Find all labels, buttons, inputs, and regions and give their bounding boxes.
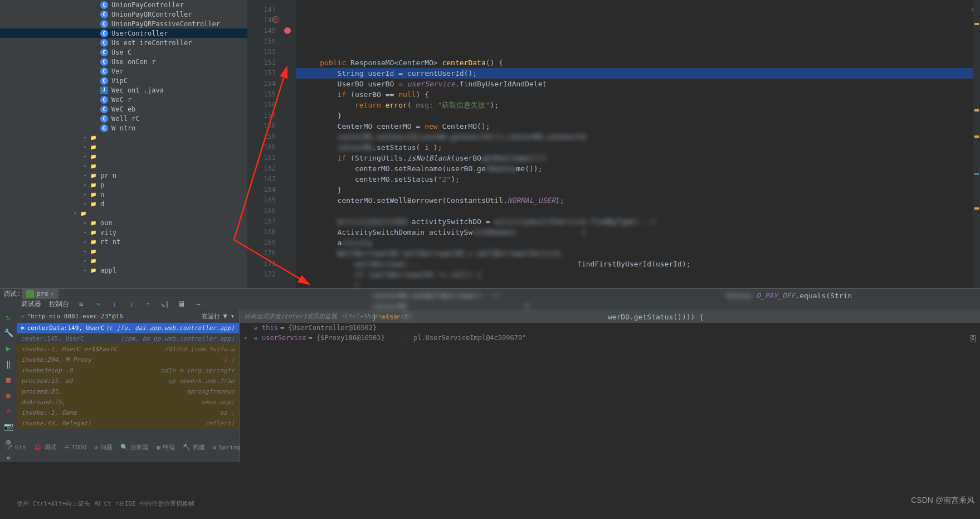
- stack-frame[interactable]: invokeJoinp .8odIn n (org.springfr: [17, 365, 239, 376]
- camera-icon[interactable]: 📷: [4, 422, 13, 431]
- status-item[interactable]: 🔍分析器: [120, 443, 149, 452]
- tree-item[interactable]: ▸📁: [0, 133, 247, 142]
- tree-item[interactable]: CUnionPayController: [0, 0, 247, 9]
- more2-icon[interactable]: »: [4, 453, 13, 462]
- tree-item[interactable]: CW ntro: [0, 123, 247, 133]
- code-line[interactable]: UserBO userBO = userService.findByUserId…: [296, 79, 980, 89]
- step-into-icon[interactable]: ↓: [110, 300, 119, 309]
- db-tool-icon[interactable]: 🗄: [968, 334, 978, 345]
- tree-item[interactable]: ▸📁 n: [0, 190, 247, 199]
- status-item[interactable]: 🔨构建: [183, 443, 205, 452]
- error-stripe[interactable]: [973, 0, 980, 288]
- stack-frame[interactable]: invoke:-1, Genees .: [17, 408, 239, 418]
- code-line[interactable]: WellBorrowerDO wellBorrowerDO = wellBorr…: [296, 248, 980, 259]
- variable-row[interactable]: ⊜this = {UserController@16502}: [240, 323, 980, 333]
- code-line[interactable]: String userId = currentUserId();: [296, 68, 980, 79]
- step-out-icon[interactable]: ↑: [144, 300, 153, 309]
- debugger-tab[interactable]: 调试器: [21, 299, 41, 309]
- code-editor[interactable]: 147148o149150151152153154155156157158159…: [248, 0, 980, 288]
- more-icon[interactable]: ⋯: [194, 300, 203, 309]
- tree-item[interactable]: ▸📁: [0, 161, 247, 171]
- code-line[interactable]: [296, 206, 980, 216]
- code-line[interactable]: centerMO.setWellBorrower(ConstantsUtil.N…: [296, 195, 980, 206]
- code-line[interactable]: public ResponseMO<CenterMO> centerData()…: [296, 57, 980, 68]
- pause-icon[interactable]: ‖: [4, 360, 13, 368]
- tree-item[interactable]: ▸📁: [0, 152, 247, 161]
- stack-frame[interactable]: proceed:15. odsp nework.aop.fram: [17, 376, 239, 386]
- tree-item[interactable]: ▸📁 rt nt: [0, 237, 247, 246]
- dropdown-icon[interactable]: ▾: [231, 312, 235, 320]
- view-bp-icon[interactable]: ◉: [4, 391, 13, 400]
- tree-item[interactable]: ▸📁 pr n: [0, 171, 247, 180]
- code-line[interactable]: centerMO.setStatus("2");: [296, 174, 980, 185]
- console-tab[interactable]: 控制台: [49, 299, 69, 309]
- code-line[interactable]: if (userBO == null) {: [296, 89, 980, 100]
- code-line[interactable]: [296, 47, 980, 57]
- tree-item[interactable]: ▸📁: [0, 256, 247, 265]
- code-line[interactable]: centerMO.setRealname(userBO.getRealname(…: [296, 163, 980, 174]
- mute-bp-icon[interactable]: ⊘: [4, 406, 13, 415]
- tree-item[interactable]: CWell rC: [0, 114, 247, 123]
- stack-frame[interactable]: invoke:204, M Proxy( ): [17, 355, 239, 365]
- breakpoint-icon[interactable]: [284, 27, 291, 34]
- variable-row[interactable]: >⊜userService = {$Proxy186@16503} ......…: [240, 333, 980, 343]
- tree-item[interactable]: ▸📁 oun: [0, 218, 247, 227]
- force-step-icon[interactable]: ⇓: [127, 300, 136, 309]
- status-item[interactable]: 🐞调试: [34, 443, 56, 452]
- status-item[interactable]: ▣终端: [157, 443, 175, 452]
- code-line[interactable]: } else if werDO.getStatus()))) {: [296, 312, 980, 322]
- code-line[interactable]: centerMO.setUserId(userBO.getUserId());c…: [296, 132, 980, 142]
- code-area[interactable]: ⚠ public ResponseMO<CenterMO> centerData…: [296, 0, 980, 288]
- filter-icon[interactable]: ▼: [223, 312, 227, 320]
- wrench-icon[interactable]: 🔧: [4, 328, 13, 337]
- code-line[interactable]: centerMO.setWellBorrower(...) Status.O_P…: [296, 290, 980, 301]
- stack-frame[interactable]: proceed:85,springframewo: [17, 386, 239, 397]
- frames-panel[interactable]: ✔"http-nio-8081-exec-23"@16 在运行 ▼ ▾ ⊳cen…: [17, 309, 240, 462]
- stack-frame[interactable]: invoke:43, Delegatireflect): [17, 418, 239, 429]
- tree-item[interactable]: CWeC r: [0, 95, 247, 104]
- tree-item[interactable]: ▸📁 p: [0, 180, 247, 190]
- variables-panel[interactable]: 对表达式求值(Enter)或添加监视 (Ctrl+Shift+Enter) ⊜t…: [240, 309, 980, 462]
- stack-frame[interactable]: invoke:-1, UserC er$$FastC 7d17cd (com.f…: [17, 344, 239, 355]
- tree-item[interactable]: ▸📁 vity: [0, 227, 247, 237]
- thread-name[interactable]: "http-nio-8081-exec-23"@16: [27, 313, 123, 320]
- override-icon[interactable]: o: [272, 16, 279, 23]
- code-line[interactable]: CenterMO centerMO = new CenterMO();: [296, 121, 980, 132]
- tree-item[interactable]: CUse onCon r: [0, 57, 247, 66]
- tree-item[interactable]: CUs est ireController: [0, 38, 247, 47]
- code-line[interactable]: if (wellBorrowerDO != null) {: [296, 269, 980, 280]
- tree-item[interactable]: JWec ont .java: [0, 85, 247, 95]
- tree-item[interactable]: ▸📁: [0, 246, 247, 256]
- tree-item[interactable]: ▸📁appl: [0, 265, 247, 275]
- stack-frame[interactable]: center:145, UserC(com. ba pp.web.control…: [17, 333, 239, 344]
- code-line[interactable]: }: [296, 110, 980, 121]
- code-line[interactable]: wellBorrower... findFirstByUserId(userId…: [296, 259, 980, 269]
- code-line[interactable]: centerMO.setStatus( i );: [296, 142, 980, 153]
- tree-item[interactable]: CVer: [0, 66, 247, 76]
- run-config-tab[interactable]: pre ×: [22, 289, 58, 299]
- code-line[interactable]: if (StringUtils.isNotBlank(userBOgetReal…: [296, 153, 980, 163]
- close-icon[interactable]: ×: [51, 291, 54, 297]
- rerun-icon[interactable]: ↻: [4, 313, 13, 322]
- step-over-icon[interactable]: ↷: [94, 300, 103, 309]
- evaluate-icon[interactable]: 🖩: [177, 300, 186, 309]
- status-item[interactable]: ☰TODO: [64, 444, 87, 451]
- code-line[interactable]: activity: [296, 237, 980, 248]
- tree-item[interactable]: CUnionPayQRPassiveController: [0, 19, 247, 28]
- tree-item[interactable]: CUserController: [0, 28, 247, 38]
- stack-icon[interactable]: ≡: [77, 300, 86, 309]
- stop-icon[interactable]: ■: [4, 375, 13, 384]
- tree-item[interactable]: CUnionPayQRController: [0, 9, 247, 19]
- resume-icon[interactable]: ▶: [4, 344, 13, 353]
- stack-frame[interactable]: ⊳centerData:149, UserC(c jfu. dai.app.we…: [17, 323, 239, 333]
- status-item[interactable]: ⎇Git: [6, 444, 26, 451]
- breakpoint-column[interactable]: [281, 0, 296, 288]
- code-line[interactable]: ActivitySwitchDomain activitySwitchDomai…: [296, 227, 980, 237]
- tree-item[interactable]: CUse C: [0, 47, 247, 57]
- tree-item[interactable]: ▸📁: [0, 142, 247, 152]
- tree-item[interactable]: CVipC: [0, 76, 247, 85]
- tree-item[interactable]: CWeC eb: [0, 104, 247, 114]
- code-line[interactable]: }: [296, 185, 980, 195]
- stack-frame[interactable]: doAround:75,nmon.aop): [17, 397, 239, 408]
- project-tree[interactable]: CUnionPayControllerCUnionPayQRController…: [0, 0, 248, 288]
